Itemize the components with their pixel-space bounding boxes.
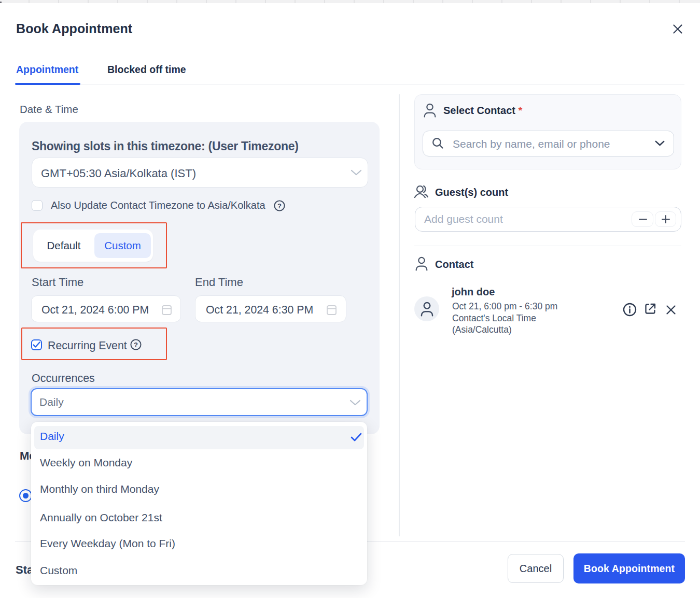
svg-text:?: ? <box>134 341 138 349</box>
svg-text:?: ? <box>277 202 282 210</box>
